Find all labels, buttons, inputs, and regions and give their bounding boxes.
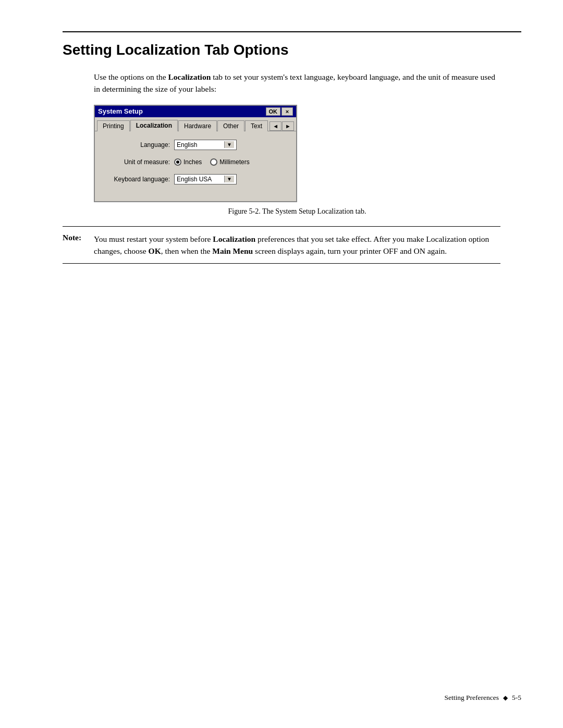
- unit-label: Unit of measure:: [102, 158, 170, 166]
- note-bold-1: Localization: [213, 235, 255, 243]
- intro-bold: Localization: [168, 72, 211, 81]
- language-dropdown[interactable]: English ▼: [174, 140, 237, 150]
- page-title: Setting Localization Tab Options: [63, 42, 521, 58]
- language-value: English: [177, 141, 224, 149]
- dialog-content: Language: English ▼ Unit of measure:: [95, 131, 296, 201]
- dialog-title: System Setup: [98, 107, 143, 115]
- tab-nav: ◄ ►: [270, 121, 294, 131]
- radio-millimeters[interactable]: Millimeters: [210, 158, 249, 166]
- note-label: Note:: [63, 233, 94, 257]
- footer-text: Setting Preferences: [444, 694, 499, 702]
- close-button[interactable]: ×: [282, 107, 293, 116]
- tab-localization[interactable]: Localization: [130, 120, 178, 131]
- unit-row: Unit of measure: Inches Millimeters: [102, 158, 289, 166]
- page-footer: Setting Preferences ◆ 5-5: [444, 694, 521, 702]
- top-rule: [63, 31, 521, 32]
- keyboard-value: English USA: [177, 176, 224, 183]
- radio-mm-label: Millimeters: [219, 158, 249, 166]
- tab-hardware[interactable]: Hardware: [178, 120, 217, 131]
- page: Setting Localization Tab Options Use the…: [0, 0, 563, 728]
- note-bold-2: OK: [149, 246, 161, 255]
- ok-button[interactable]: OK: [266, 107, 281, 116]
- footer-page-num: 5-5: [512, 694, 521, 702]
- note-bold-3: Main Menu: [212, 246, 253, 255]
- note-part-3: , then when the: [161, 246, 213, 255]
- radio-inches-label: Inches: [183, 158, 202, 166]
- note-text: You must restart your system before Loca…: [94, 233, 500, 257]
- dialog-titlebar: System Setup OK ×: [95, 106, 296, 117]
- note-part-1: You must restart your system before: [94, 235, 213, 243]
- note-box: Note: You must restart your system befor…: [63, 226, 500, 264]
- body-intro: Use the options on the Localization tab …: [94, 71, 500, 95]
- system-setup-dialog: System Setup OK × Printing Localization …: [94, 105, 297, 202]
- unit-control: Inches Millimeters: [174, 158, 250, 166]
- dialog-wrapper: System Setup OK × Printing Localization …: [94, 105, 500, 202]
- tab-prev-button[interactable]: ◄: [270, 121, 282, 131]
- radio-inches-outer: [174, 158, 181, 166]
- titlebar-buttons: OK ×: [266, 107, 293, 116]
- tab-other[interactable]: Other: [217, 120, 244, 131]
- figure-caption: Figure 5-2. The System Setup Localizatio…: [94, 207, 500, 216]
- radio-inches-inner: [176, 161, 179, 164]
- dialog-tabs: Printing Localization Hardware Other Tex…: [95, 117, 296, 131]
- language-row: Language: English ▼: [102, 140, 289, 150]
- language-control: English ▼: [174, 140, 237, 150]
- language-label: Language:: [102, 141, 170, 149]
- keyboard-label: Keyboard language:: [102, 176, 170, 183]
- note-part-4: screen displays again, turn your printer…: [253, 246, 447, 255]
- keyboard-row: Keyboard language: English USA ▼: [102, 174, 289, 184]
- footer-diamond: ◆: [503, 694, 508, 702]
- radio-mm-outer: [210, 158, 217, 166]
- intro-text: Use the options on the: [94, 72, 168, 81]
- keyboard-dropdown-arrow[interactable]: ▼: [224, 176, 234, 182]
- radio-inches[interactable]: Inches: [174, 158, 202, 166]
- language-dropdown-arrow[interactable]: ▼: [224, 141, 234, 148]
- keyboard-control: English USA ▼: [174, 174, 237, 184]
- keyboard-dropdown[interactable]: English USA ▼: [174, 174, 237, 184]
- tab-next-button[interactable]: ►: [282, 121, 294, 131]
- tab-text[interactable]: Text: [245, 120, 268, 131]
- tab-printing[interactable]: Printing: [97, 120, 130, 131]
